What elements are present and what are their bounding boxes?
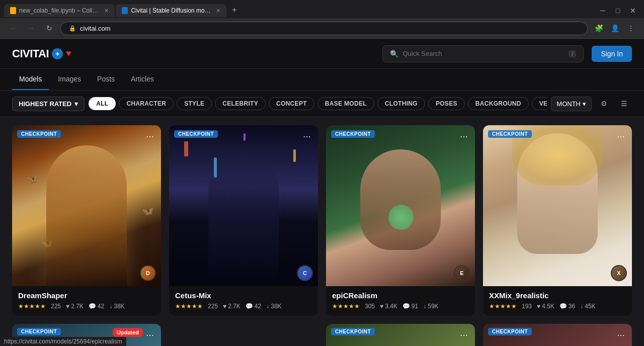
- tab-images[interactable]: Images: [51, 69, 88, 90]
- back-button[interactable]: ←: [6, 21, 20, 35]
- layout-button[interactable]: ☰: [616, 96, 632, 112]
- model-card-xxmix[interactable]: CHECKPOINT ⋯ X XXMix_9realistic ★★★★★ 19…: [483, 125, 632, 316]
- extensions-button[interactable]: 🧩: [592, 21, 606, 35]
- model-grid: 🦋 🦋 🦋 CHECKPOINT ⋯ D DreamShaper ★★★★★ 2…: [12, 125, 632, 316]
- close-button[interactable]: ✕: [626, 4, 640, 18]
- pill-background[interactable]: BACKGROUND: [468, 97, 529, 110]
- search-input[interactable]: [403, 50, 565, 57]
- likes-dreamsharper: ♥ 2.7K: [66, 303, 84, 310]
- card-avatar-dreamsharper: D: [140, 265, 156, 281]
- card-info-cetus: Cetus-Mix ★★★★★ 225 ♥ 2.7K 💬 42 ↓ 38K: [169, 286, 318, 316]
- maximize-button[interactable]: □: [611, 4, 625, 18]
- card-badge-epic: CHECKPOINT: [331, 130, 375, 138]
- card-info-xxmix: XXMix_9realistic ★★★★★ 193 ♥ 4.5K 💬 36 ↓…: [483, 286, 632, 316]
- browser-chrome: new_colab_file.ipynb – Collabora... ✕ Ci…: [0, 0, 644, 39]
- content-area: 🦋 🦋 🦋 CHECKPOINT ⋯ D DreamShaper ★★★★★ 2…: [0, 117, 644, 346]
- tab-civitai[interactable]: Civitai | Stable Diffusion models... ✕: [116, 4, 226, 17]
- card-avatar-cetus: C: [297, 265, 313, 281]
- tab-colab[interactable]: new_colab_file.ipynb – Collabora... ✕: [4, 4, 115, 17]
- bottom-menu-2[interactable]: ⋯: [457, 328, 471, 342]
- card-bg-cetus: [169, 125, 318, 286]
- sign-in-button[interactable]: Sign In: [592, 46, 632, 62]
- card-info-epic: epiCRealism ★★★★★ 305 ♥ 3.4K 💬 91 ↓ 59K: [326, 286, 475, 316]
- card-menu-epic[interactable]: ⋯: [457, 129, 471, 143]
- tab-posts[interactable]: Posts: [90, 69, 122, 90]
- butterfly-decoration-2: 🦋: [142, 206, 153, 217]
- downloads-cetus: ↓ 38K: [266, 303, 281, 310]
- stars-epic: ★★★★★: [332, 303, 360, 310]
- card-avatar-epic: E: [454, 265, 470, 281]
- period-chevron-icon: ▾: [583, 100, 586, 108]
- app-header: CIVITAI + ♥ 🔍 / Sign In: [0, 39, 644, 69]
- bottom-card-2[interactable]: CHECKPOINT ⋯: [326, 324, 475, 346]
- pill-character[interactable]: CHARACTER: [119, 97, 174, 110]
- favorites-icon[interactable]: ♥: [66, 48, 71, 59]
- card-menu-cetus[interactable]: ⋯: [300, 129, 314, 143]
- sort-dropdown[interactable]: HIGHEST RATED ▾: [12, 97, 85, 111]
- search-icon: 🔍: [390, 50, 398, 58]
- heart-icon-cetus: ♥: [223, 303, 226, 310]
- address-bar[interactable]: 🔒 civitai.com: [60, 22, 588, 35]
- add-button[interactable]: +: [52, 48, 63, 59]
- filter-button[interactable]: ⚙: [596, 96, 612, 112]
- search-bar[interactable]: 🔍 /: [382, 45, 584, 62]
- download-icon-xxmix: ↓: [580, 303, 583, 310]
- card-bg-dreamsharper: 🦋 🦋 🦋: [12, 125, 161, 286]
- comment-icon-cetus: 💬: [246, 303, 253, 310]
- pill-clothing[interactable]: CLOTHING: [377, 97, 425, 110]
- tab-close-civitai[interactable]: ✕: [216, 8, 220, 14]
- tab-label-civitai: Civitai | Stable Diffusion models...: [131, 7, 211, 14]
- profile-button[interactable]: 👤: [608, 21, 622, 35]
- card-bg-xxmix: [483, 125, 632, 286]
- tab-articles[interactable]: Articles: [124, 69, 161, 90]
- pill-style[interactable]: STYLE: [177, 97, 212, 110]
- bottom-menu-3[interactable]: ⋯: [614, 328, 628, 342]
- pill-vehicle[interactable]: VEHICLE: [532, 97, 547, 110]
- card-menu-dreamsharper[interactable]: ⋯: [143, 129, 157, 143]
- bottom-menu-1[interactable]: ⋯: [143, 328, 157, 342]
- right-controls: MONTH ▾ ⚙ ☰: [551, 96, 632, 112]
- tab-bar: new_colab_file.ipynb – Collabora... ✕ Ci…: [0, 0, 644, 18]
- pill-base-model[interactable]: BASE MODEL: [317, 97, 374, 110]
- card-menu-xxmix[interactable]: ⋯: [614, 129, 628, 143]
- search-shortcut: /: [569, 50, 576, 57]
- sort-label: HIGHEST RATED: [19, 100, 71, 108]
- more-button[interactable]: ⋮: [624, 21, 638, 35]
- city-light-1: [184, 141, 188, 156]
- tab-close-colab[interactable]: ✕: [104, 8, 109, 14]
- card-badge-cetus: CHECKPOINT: [174, 130, 218, 138]
- refresh-button[interactable]: ↻: [42, 21, 56, 35]
- rating-count-xxmix: 193: [522, 303, 532, 310]
- card-image-dreamsharper: 🦋 🦋 🦋 CHECKPOINT ⋯ D: [12, 125, 161, 286]
- pill-poses[interactable]: POSES: [428, 97, 465, 110]
- tab-favicon-colab: [10, 7, 16, 14]
- heart-icon-epic: ♥: [380, 303, 383, 310]
- stars-dreamsharper: ★★★★★: [18, 303, 46, 310]
- pill-all[interactable]: ALL: [89, 97, 116, 110]
- card-title-xxmix: XXMix_9realistic: [489, 291, 626, 300]
- card-bg-epic: [326, 125, 475, 286]
- period-dropdown[interactable]: MONTH ▾: [551, 97, 592, 111]
- bottom-card-3[interactable]: CHECKPOINT ⋯: [483, 324, 632, 346]
- new-tab-button[interactable]: +: [227, 3, 242, 17]
- bubblegum-decoration: [388, 205, 414, 230]
- logo[interactable]: CIVITAI + ♥: [12, 47, 71, 60]
- model-card-dreamsharper[interactable]: 🦋 🦋 🦋 CHECKPOINT ⋯ D DreamShaper ★★★★★ 2…: [12, 125, 161, 316]
- model-card-epic[interactable]: CHECKPOINT ⋯ E epiCRealism ★★★★★ 305 ♥ 3…: [326, 125, 475, 316]
- bottom-badge-2: CHECKPOINT: [331, 328, 375, 335]
- pill-celebrity[interactable]: CELEBRITY: [215, 97, 266, 110]
- forward-button[interactable]: →: [24, 21, 38, 35]
- nav-icons: 🧩 👤 ⋮: [592, 21, 638, 35]
- model-card-cetus[interactable]: CHECKPOINT ⋯ C Cetus-Mix ★★★★★ 225 ♥ 2.7…: [169, 125, 318, 316]
- comments-epic: 💬 91: [403, 303, 418, 310]
- card-stats-dreamsharper: ★★★★★ 225 ♥ 2.7K 💬 42 ↓ 38K: [18, 303, 155, 310]
- card-image-epic: CHECKPOINT ⋯ E: [326, 125, 475, 286]
- card-image-cetus: CHECKPOINT ⋯ C: [169, 125, 318, 286]
- pill-concept[interactable]: CONCEPT: [269, 97, 314, 110]
- tab-favicon-civitai: [122, 7, 128, 14]
- stars-cetus: ★★★★★: [175, 303, 203, 310]
- card-info-dreamsharper: DreamShaper ★★★★★ 225 ♥ 2.7K 💬 42 ↓ 38K: [12, 286, 161, 316]
- minimize-button[interactable]: ─: [596, 4, 610, 18]
- updated-badge: Updated: [113, 328, 143, 337]
- tab-models[interactable]: Models: [12, 69, 49, 90]
